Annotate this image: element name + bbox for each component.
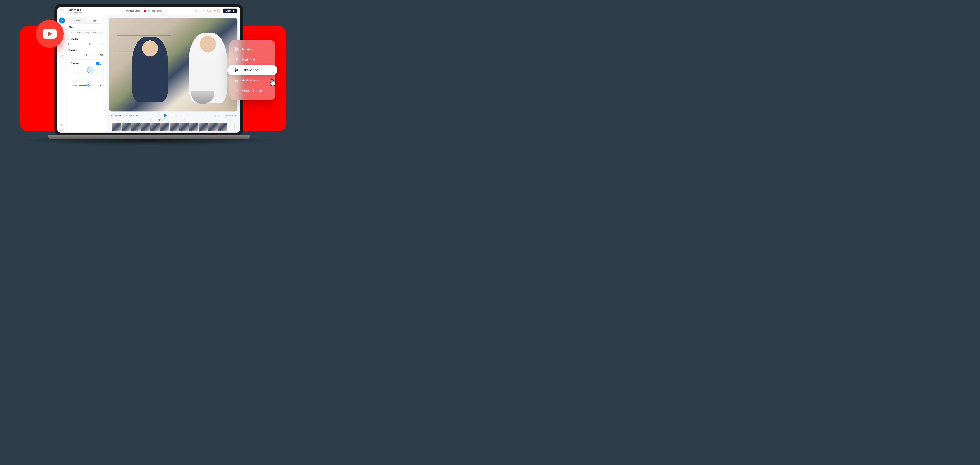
export-button[interactable]: Export	[223, 8, 237, 13]
shadow-dir-1[interactable]	[71, 67, 77, 73]
add-media-button[interactable]: + Add Media	[110, 114, 124, 117]
page-title: Edit Video	[68, 8, 82, 11]
undo-button[interactable]	[194, 9, 199, 13]
shadow-opacity-value: 75%	[96, 85, 102, 86]
crop-icon	[234, 47, 239, 51]
notification-badge	[59, 18, 65, 24]
avatar-photo	[216, 9, 221, 13]
link-dimensions-button[interactable]	[99, 30, 103, 35]
clip-thumb[interactable]	[218, 123, 228, 131]
action-trim-video[interactable]: Trim Video	[227, 65, 277, 75]
timeline: :20 :21 :22 :23 :24 :25 :26 :27 :28 :29 …	[109, 120, 237, 133]
topbar: Edit Video Video Name.mp4 Project's Name…	[57, 7, 240, 15]
rewind-button[interactable]	[158, 114, 161, 117]
canvas-area: + Add Media Split Video 00:02:23	[106, 15, 240, 133]
playhead-icon[interactable]	[159, 120, 161, 121]
opacity-group: Opacity 75%	[69, 49, 103, 57]
action-add-text[interactable]: Add Text	[229, 54, 275, 65]
clip-thumb[interactable]	[121, 123, 131, 131]
shadow-dir-5[interactable]	[71, 75, 77, 81]
rail-filters[interactable]: Filters	[60, 44, 64, 50]
clip-thumb[interactable]	[170, 123, 179, 131]
svg-point-15	[237, 91, 237, 92]
clip-thumb[interactable]	[160, 123, 170, 131]
panel-tabs: Settings Adjust	[69, 18, 103, 24]
flip-vertical-button[interactable]	[99, 42, 103, 46]
svg-point-9	[62, 20, 62, 21]
redo-button[interactable]	[200, 9, 204, 13]
shadow-toggle[interactable]	[96, 62, 102, 65]
shadow-dir-6[interactable]	[79, 75, 85, 81]
shadow-dir-7[interactable]	[87, 75, 94, 81]
opacity-value: 75%	[98, 54, 103, 56]
clip-thumb[interactable]	[112, 123, 121, 131]
cursor-icon	[269, 78, 277, 88]
rail-label: Filters	[60, 48, 64, 50]
action-resize[interactable]: Resize	[229, 44, 275, 54]
app-window: Edit Video Video Name.mp4 Project's Name…	[57, 7, 240, 133]
play-button[interactable]	[164, 113, 167, 117]
rotation-slider[interactable]	[69, 42, 84, 46]
split-video-button[interactable]: Split Video	[126, 114, 138, 117]
size-group: Size Width 1080 Height 1080	[69, 26, 103, 35]
opacity-slider[interactable]	[69, 53, 97, 57]
export-preset-dropdown[interactable]: YouTube Full HD	[142, 9, 166, 13]
settings-panel: Settings Adjust Size Width 1080 Height 1…	[67, 15, 106, 133]
clip-thumb[interactable]	[208, 123, 218, 131]
rail-bottom: ?	[60, 123, 64, 131]
shadow-opacity-slider[interactable]	[79, 83, 94, 88]
avatar-stack[interactable]: SK	[213, 9, 221, 13]
shadow-dir-8[interactable]	[95, 75, 102, 81]
opacity-label: Opacity	[69, 49, 103, 51]
clip-thumb[interactable]	[131, 123, 141, 131]
flip-horizontal-button[interactable]	[92, 42, 97, 46]
help-icon[interactable]: ?	[60, 123, 64, 126]
clip-thumb[interactable]	[150, 123, 160, 131]
youtube-badge	[36, 20, 64, 48]
project-name[interactable]: Project's Name	[126, 10, 140, 12]
volume-icon[interactable]	[215, 114, 218, 117]
video-preview[interactable]	[109, 18, 237, 112]
rail-draw[interactable]: Draw	[60, 54, 64, 60]
invite-link[interactable]: Invite	[207, 10, 211, 12]
shadow-direction-grid	[71, 67, 102, 81]
fit-timeline-button[interactable]: Fit Timeline	[226, 115, 236, 117]
menu-icon[interactable]	[60, 10, 64, 12]
width-input[interactable]: Width 1080	[69, 30, 83, 35]
scissors-icon	[234, 68, 239, 72]
clip-thumb[interactable]	[180, 123, 189, 131]
action-adjust-speed[interactable]: Adjust Speed	[229, 86, 275, 96]
aspect-icon[interactable]	[60, 128, 64, 131]
shadow-dir-4[interactable]	[95, 67, 102, 73]
tab-adjust[interactable]: Adjust	[86, 18, 103, 23]
add-clip-button[interactable]: +	[228, 123, 235, 131]
clip-thumb[interactable]	[199, 123, 208, 131]
title-block: Edit Video Video Name.mp4	[68, 8, 82, 13]
height-input[interactable]: Height 1080	[84, 30, 97, 35]
timeline-clips[interactable]: +	[112, 123, 235, 131]
rotation-value: 0°	[85, 43, 91, 45]
export-label: Export	[226, 10, 231, 12]
clip-thumb[interactable]	[141, 123, 150, 131]
rotation-group: Rotation 0°	[69, 38, 103, 46]
shadow-dir-2[interactable]	[79, 67, 85, 73]
body: Subtitle Elements Filters Draw ?	[57, 15, 240, 133]
filters-icon	[234, 78, 239, 83]
preset-label: YouTube Full HD	[147, 10, 162, 12]
action-menu: Resize Add Text Trim Video Add Filters A…	[229, 40, 275, 100]
youtube-icon	[144, 10, 146, 12]
action-add-filters[interactable]: Add Filters	[229, 75, 275, 86]
size-label: Size	[69, 26, 103, 29]
shadow-label: Shadow	[71, 62, 80, 64]
top-right: Invite SK Export	[194, 8, 237, 13]
playback-bar: + Add Media Split Video 00:02:23	[109, 112, 237, 120]
youtube-icon	[43, 29, 57, 38]
scissors-icon	[126, 114, 128, 117]
file-name: Video Name.mp4	[68, 11, 82, 13]
rail-label: Draw	[60, 58, 64, 60]
tab-settings[interactable]: Settings	[69, 18, 86, 23]
shadow-dir-3[interactable]	[87, 67, 94, 73]
timeline-ruler[interactable]: :20 :21 :22 :23 :24 :25 :26 :27 :28 :29 …	[112, 120, 235, 123]
timecode: 00:02:23	[170, 114, 178, 117]
clip-thumb[interactable]	[189, 123, 199, 131]
